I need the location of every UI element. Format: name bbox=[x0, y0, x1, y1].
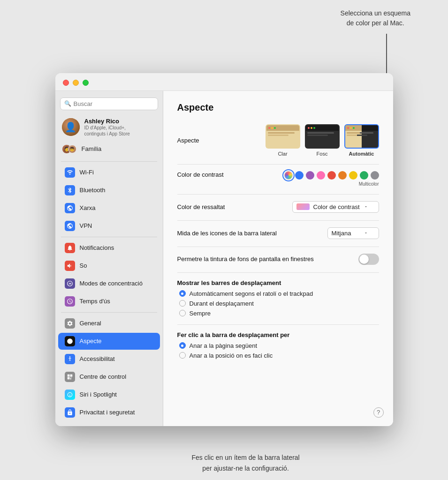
sidebar-item-general[interactable]: General bbox=[58, 315, 160, 332]
swatches-row bbox=[284, 171, 379, 180]
traffic-lights bbox=[63, 80, 89, 86]
general-icon bbox=[65, 318, 75, 329]
content-area: 🔍 👤 Ashley Rico ID d'Apple, iCloud+, con… bbox=[55, 91, 393, 426]
sidebar-label-wifi: Wi-Fi bbox=[80, 169, 94, 176]
close-button[interactable] bbox=[63, 80, 69, 86]
highlight-color-row: Color de ressaltat Color de contrast bbox=[177, 201, 379, 213]
appearance-name-auto: Automàtic bbox=[349, 151, 374, 157]
user-info: Ashley Rico ID d'Apple, iCloud+, conting… bbox=[84, 118, 130, 137]
radio-scrollbars-auto[interactable] bbox=[179, 290, 186, 297]
thumb-dot-r-auto bbox=[347, 127, 349, 129]
radio-scrollbars-scrolling[interactable] bbox=[179, 300, 186, 307]
sidebar-label-notifications: Notificacions bbox=[80, 244, 114, 251]
click-radio-group: Anar a la pàgina següent Anar a la posic… bbox=[177, 342, 379, 359]
sidebar-label-accessibility: Accessibilitat bbox=[80, 355, 115, 362]
scrollbars-always[interactable]: Sempre bbox=[179, 310, 379, 317]
sidebar-label-privacy: Privacitat i seguretat bbox=[80, 409, 135, 416]
sidebar-item-vpn[interactable]: VPN bbox=[58, 218, 160, 234]
sidebar-icon-size-dropdown[interactable]: Mitjana bbox=[327, 227, 379, 239]
radio-clicklocation[interactable] bbox=[179, 352, 186, 359]
toggle-knob bbox=[359, 255, 369, 264]
scrollbars-always-label: Sempre bbox=[190, 310, 211, 317]
swatch-multicolor[interactable] bbox=[284, 171, 293, 180]
appearance-options: Clar bbox=[266, 124, 379, 157]
sidebar-item-wifi[interactable]: Wi-Fi bbox=[58, 164, 160, 181]
scrollbars-scrolling[interactable]: Durant el desplaçament bbox=[179, 300, 379, 307]
swatch-pink[interactable] bbox=[317, 171, 325, 180]
swatch-orange[interactable] bbox=[338, 171, 347, 180]
highlight-color-dropdown[interactable]: Color de contrast bbox=[292, 201, 379, 213]
thumb-dot-y bbox=[271, 127, 273, 129]
click-location-label: Anar a la posició on es faci clic bbox=[190, 352, 273, 359]
wifi-icon bbox=[65, 167, 75, 178]
sidebar-item-accessibility[interactable]: Accessibilitat bbox=[58, 351, 160, 368]
radio-scrollbars-always[interactable] bbox=[179, 310, 186, 316]
wallpaper-tinting-label: Permetre la tintura de fons de pantalla … bbox=[177, 255, 314, 262]
sound-icon bbox=[65, 261, 75, 271]
maximize-button[interactable] bbox=[83, 80, 89, 86]
swatch-green[interactable] bbox=[360, 171, 368, 180]
thumb-dot-r bbox=[268, 127, 270, 129]
sidebar-divider-1 bbox=[61, 161, 157, 162]
sidebar-label-vpn: VPN bbox=[80, 222, 92, 229]
bluetooth-icon bbox=[65, 185, 75, 195]
highlight-color-swatch bbox=[296, 203, 310, 210]
thumb-dot-g bbox=[274, 127, 276, 129]
sidebar-item-control[interactable]: Centre de control bbox=[58, 368, 160, 385]
appearance-option-auto[interactable]: Automàtic bbox=[344, 124, 379, 157]
search-bar[interactable]: 🔍 bbox=[60, 98, 158, 110]
control-center-icon bbox=[65, 372, 75, 382]
click-location[interactable]: Anar a la posició on es faci clic bbox=[179, 352, 379, 359]
sidebar-item-privacy[interactable]: Privacitat i seguretat bbox=[58, 404, 160, 421]
family-avatar-2: 👦 bbox=[68, 145, 76, 153]
sidebar-item-focus[interactable]: Modes de concentració bbox=[58, 275, 160, 292]
sidebar-item-screentime[interactable]: Temps d'ús bbox=[58, 293, 160, 310]
sidebar-label-control: Centre de control bbox=[80, 373, 127, 380]
thumb-dot-y-auto bbox=[350, 127, 352, 129]
click-nextpage[interactable]: Anar a la pàgina següent bbox=[179, 342, 379, 349]
scrollbars-radio-group: Automàticament segons el ratolí o el tra… bbox=[177, 290, 379, 317]
system-preferences-window: 🔍 👤 Ashley Rico ID d'Apple, iCloud+, con… bbox=[55, 73, 393, 426]
radio-nextpage[interactable] bbox=[179, 342, 186, 349]
siri-icon bbox=[65, 390, 75, 400]
focus-icon bbox=[65, 278, 75, 289]
dropdown-chevron-2 bbox=[364, 231, 368, 235]
separator-1 bbox=[177, 164, 379, 165]
swatch-blue[interactable] bbox=[295, 171, 304, 180]
sidebar-divider-2 bbox=[61, 237, 157, 237]
wallpaper-tinting-row: Permetre la tintura de fons de pantalla … bbox=[177, 254, 379, 265]
accessibility-icon bbox=[65, 354, 75, 364]
swatch-yellow[interactable] bbox=[349, 171, 357, 180]
family-label: Família bbox=[82, 145, 102, 152]
appearance-thumbnail-dark bbox=[305, 124, 340, 149]
thumb-dot-g-auto bbox=[353, 127, 355, 129]
help-button[interactable]: ? bbox=[373, 407, 384, 418]
separator-6 bbox=[177, 324, 379, 325]
sidebar-item-notifications[interactable]: Notificacions bbox=[58, 240, 160, 256]
user-profile[interactable]: 👤 Ashley Rico ID d'Apple, iCloud+, conti… bbox=[55, 115, 163, 140]
sidebar-item-siri[interactable]: Siri i Spotlight bbox=[58, 386, 160, 403]
sidebar-label-network: Xarxa bbox=[80, 204, 96, 211]
sidebar-item-bluetooth[interactable]: Bluetooth bbox=[58, 182, 160, 199]
appearance-option-dark[interactable]: Fosc bbox=[305, 124, 340, 157]
sidebar-item-family[interactable]: 👩 👦 Família bbox=[55, 142, 163, 157]
sidebar-item-network[interactable]: Xarxa bbox=[58, 200, 160, 217]
swatch-graphite[interactable] bbox=[371, 171, 379, 180]
multicolor-label: Multicolor bbox=[359, 181, 379, 187]
wallpaper-tinting-toggle[interactable] bbox=[358, 254, 379, 265]
sidebar-label-siri: Siri i Spotlight bbox=[80, 391, 117, 398]
notifications-icon bbox=[65, 243, 75, 253]
sidebar-item-sound[interactable]: So bbox=[58, 257, 160, 274]
appearance-option-light[interactable]: Clar bbox=[266, 124, 300, 157]
sidebar-icon-size-value: Mitjana bbox=[332, 230, 351, 237]
scrollbars-auto[interactable]: Automàticament segons el ratolí o el tra… bbox=[179, 290, 379, 297]
sidebar-item-appearance[interactable]: Aspecte bbox=[58, 333, 160, 350]
user-name: Ashley Rico bbox=[84, 118, 130, 125]
swatch-purple[interactable] bbox=[306, 171, 314, 180]
minimize-button[interactable] bbox=[73, 80, 79, 86]
panel-title: Aspecte bbox=[177, 102, 379, 113]
search-input[interactable] bbox=[74, 100, 154, 107]
sidebar-label-sound: So bbox=[80, 262, 87, 269]
sidebar-label-bluetooth: Bluetooth bbox=[80, 187, 106, 194]
swatch-red[interactable] bbox=[327, 171, 336, 180]
